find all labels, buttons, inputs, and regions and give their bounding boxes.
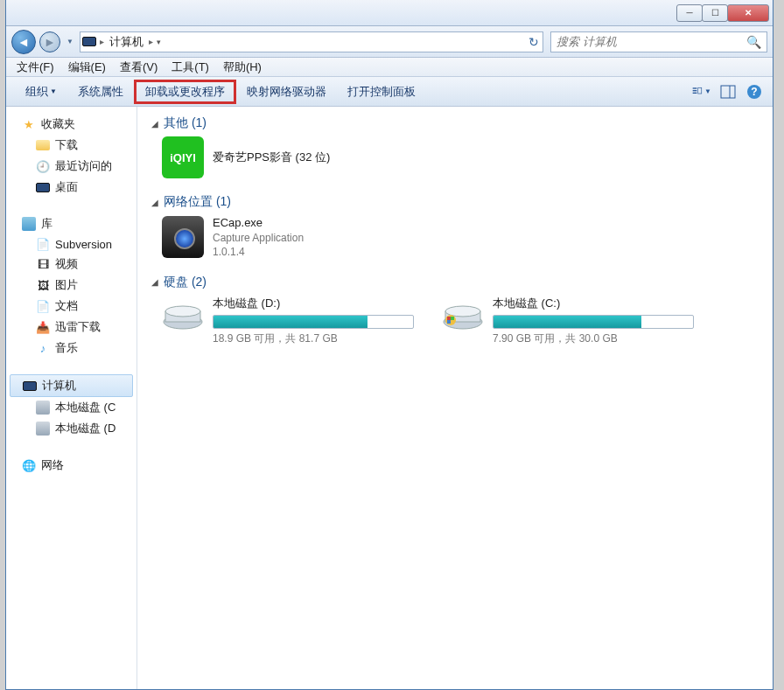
view-mode-button[interactable]: ▼ bbox=[692, 82, 711, 101]
breadcrumb-location[interactable]: 计算机 bbox=[108, 34, 145, 50]
search-box[interactable]: 🔍 bbox=[550, 31, 767, 52]
preview-pane-button[interactable] bbox=[718, 82, 738, 101]
library-icon bbox=[22, 217, 36, 231]
drive-icon bbox=[442, 296, 484, 331]
drive-label: 本地磁盘 (C:) bbox=[493, 296, 704, 311]
item-label: ECap.exe bbox=[213, 215, 304, 231]
item-label: 爱奇艺PPS影音 (32 位) bbox=[213, 150, 330, 165]
item-ecap[interactable]: ECap.exe Capture Application 1.0.1.4 bbox=[162, 215, 424, 259]
view-icon bbox=[692, 84, 703, 100]
menu-view[interactable]: 查看(V) bbox=[113, 59, 164, 75]
svg-point-10 bbox=[165, 306, 200, 317]
image-icon: 🖼 bbox=[36, 278, 50, 292]
video-icon: 🎞 bbox=[36, 257, 50, 271]
drive-icon bbox=[36, 401, 50, 415]
search-icon[interactable]: 🔍 bbox=[746, 35, 761, 49]
collapse-icon: ◢ bbox=[151, 119, 158, 129]
drive-usage-bar bbox=[493, 315, 694, 329]
forward-button[interactable]: ► bbox=[39, 31, 60, 52]
map-network-drive-button[interactable]: 映射网络驱动器 bbox=[236, 80, 337, 103]
svg-rect-17 bbox=[447, 320, 451, 324]
help-icon: ? bbox=[746, 84, 762, 100]
maximize-button[interactable]: ☐ bbox=[702, 4, 728, 22]
sidebar-item-xunlei[interactable]: 📥迅雷下载 bbox=[6, 317, 136, 338]
sidebar-item-documents[interactable]: 📄文档 bbox=[6, 296, 136, 317]
toolbar: 组织 ▼ 系统属性 卸载或更改程序 映射网络驱动器 打开控制面板 ▼ ? bbox=[6, 77, 773, 107]
explorer-window: ─ ☐ ✕ ◄ ► ▼ ▸ 计算机 ▸ ▾ ↻ 🔍 文件(F) 编辑(E) 查看… bbox=[5, 0, 774, 690]
computer-icon bbox=[82, 35, 96, 49]
pane-icon bbox=[720, 85, 736, 99]
menu-edit[interactable]: 编辑(E) bbox=[61, 59, 113, 75]
section-other-header[interactable]: ◢ 其他 (1) bbox=[151, 115, 759, 131]
folder-icon: 📥 bbox=[36, 320, 50, 334]
menu-help[interactable]: 帮助(H) bbox=[216, 59, 269, 75]
sidebar-computer[interactable]: 计算机 bbox=[10, 374, 133, 397]
organize-button[interactable]: 组织 ▼ bbox=[15, 80, 67, 103]
search-input[interactable] bbox=[556, 35, 746, 48]
chevron-down-icon: ▼ bbox=[50, 87, 57, 95]
refresh-icon[interactable]: ↻ bbox=[528, 35, 539, 49]
sidebar-network[interactable]: 🌐 网络 bbox=[6, 455, 136, 476]
sidebar-item-desktop[interactable]: 桌面 bbox=[6, 177, 136, 198]
section-netloc-header[interactable]: ◢ 网络位置 (1) bbox=[151, 194, 759, 210]
star-icon: ★ bbox=[22, 117, 36, 131]
collapse-icon: ◢ bbox=[151, 277, 158, 287]
iqiyi-icon: iQIYI bbox=[162, 136, 204, 178]
open-control-panel-button[interactable]: 打开控制面板 bbox=[337, 80, 426, 103]
sidebar-item-subversion[interactable]: 📄Subversion bbox=[6, 234, 136, 254]
close-button[interactable]: ✕ bbox=[727, 4, 769, 22]
back-button[interactable]: ◄ bbox=[11, 30, 36, 54]
drive-stats: 18.9 GB 可用，共 81.7 GB bbox=[213, 331, 424, 346]
svg-rect-2 bbox=[693, 92, 697, 93]
arrow-left-icon: ◄ bbox=[18, 35, 30, 49]
section-drives-header[interactable]: ◢ 硬盘 (2) bbox=[151, 275, 759, 290]
breadcrumb[interactable]: ▸ 计算机 ▸ ▾ ↻ bbox=[80, 31, 543, 52]
sidebar-item-pictures[interactable]: 🖼图片 bbox=[6, 275, 136, 296]
svg-rect-3 bbox=[698, 87, 702, 94]
chevron-down-icon: ▼ bbox=[704, 87, 711, 95]
system-properties-button[interactable]: 系统属性 bbox=[67, 80, 134, 103]
item-version: 1.0.1.4 bbox=[213, 245, 304, 259]
svg-rect-18 bbox=[451, 320, 454, 324]
doc-icon: 📄 bbox=[36, 299, 50, 313]
music-icon: ♪ bbox=[36, 341, 50, 355]
item-iqiyi[interactable]: iQIYI 爱奇艺PPS影音 (32 位) bbox=[162, 136, 424, 178]
drive-stats: 7.90 GB 可用，共 30.0 GB bbox=[493, 331, 704, 346]
nav-history-dropdown[interactable]: ▼ bbox=[64, 38, 76, 45]
drive-label: 本地磁盘 (D:) bbox=[213, 296, 424, 311]
navbar: ◄ ► ▼ ▸ 计算机 ▸ ▾ ↻ 🔍 bbox=[6, 26, 773, 58]
doc-icon: 📄 bbox=[36, 237, 50, 251]
drive-c[interactable]: 本地磁盘 (C:) 7.90 GB 可用，共 30.0 GB bbox=[442, 296, 704, 346]
sidebar: ★ 收藏夹 下载 🕘最近访问的 桌面 库 📄Subversion 🎞视频 🖼图片… bbox=[6, 107, 137, 689]
drive-d[interactable]: 本地磁盘 (D:) 18.9 GB 可用，共 81.7 GB bbox=[162, 296, 424, 346]
breadcrumb-dropdown[interactable]: ▾ bbox=[157, 38, 161, 46]
svg-rect-1 bbox=[693, 89, 697, 90]
menu-file[interactable]: 文件(F) bbox=[10, 59, 61, 75]
network-icon: 🌐 bbox=[22, 458, 36, 472]
item-desc: Capture Application bbox=[213, 231, 304, 245]
help-button[interactable]: ? bbox=[745, 82, 764, 101]
chevron-right-icon: ▸ bbox=[145, 37, 157, 46]
menu-tools[interactable]: 工具(T) bbox=[164, 59, 216, 75]
drive-icon bbox=[162, 296, 204, 331]
drive-usage-bar bbox=[213, 315, 414, 329]
sidebar-item-downloads[interactable]: 下载 bbox=[6, 135, 136, 156]
sidebar-item-drive-c[interactable]: 本地磁盘 (C bbox=[6, 397, 136, 418]
chevron-right-icon: ▸ bbox=[96, 37, 108, 46]
uninstall-change-button[interactable]: 卸载或更改程序 bbox=[134, 80, 236, 104]
sidebar-libraries[interactable]: 库 bbox=[6, 213, 136, 234]
sidebar-favorites[interactable]: ★ 收藏夹 bbox=[6, 114, 136, 135]
titlebar: ─ ☐ ✕ bbox=[6, 0, 773, 26]
svg-rect-0 bbox=[693, 87, 697, 88]
svg-text:?: ? bbox=[751, 86, 757, 98]
sidebar-item-drive-d[interactable]: 本地磁盘 (D bbox=[6, 418, 136, 439]
menubar: 文件(F) 编辑(E) 查看(V) 工具(T) 帮助(H) bbox=[6, 58, 773, 77]
svg-rect-15 bbox=[447, 317, 451, 320]
sidebar-item-recent[interactable]: 🕘最近访问的 bbox=[6, 156, 136, 177]
sidebar-item-music[interactable]: ♪音乐 bbox=[6, 338, 136, 359]
svg-rect-16 bbox=[451, 317, 454, 320]
drive-icon bbox=[36, 422, 50, 436]
minimize-button[interactable]: ─ bbox=[676, 4, 703, 22]
folder-icon bbox=[36, 138, 50, 152]
sidebar-item-video[interactable]: 🎞视频 bbox=[6, 254, 136, 275]
